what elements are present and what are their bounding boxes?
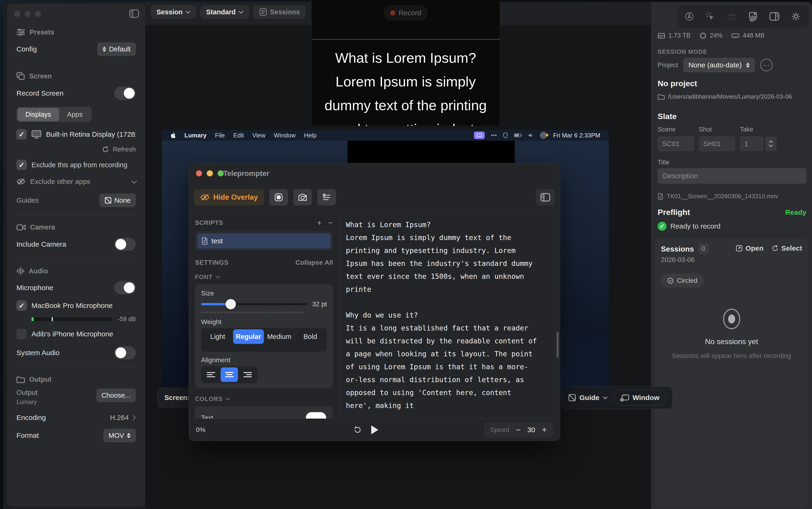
exclude-other-label[interactable]: Exclude other apps <box>30 177 91 185</box>
minimize-button[interactable] <box>207 170 213 176</box>
system-audio-toggle[interactable] <box>114 346 136 360</box>
include-camera-toggle[interactable] <box>114 238 136 251</box>
align-center-button[interactable] <box>221 367 238 382</box>
tab-apps[interactable]: Apps <box>59 108 91 121</box>
menubar-app-name[interactable]: Lumary <box>184 132 206 139</box>
speed-increase-button[interactable]: + <box>542 425 547 435</box>
scene-input[interactable] <box>657 136 694 151</box>
screen-recording-indicator[interactable] <box>474 132 485 139</box>
script-text-panel[interactable]: What is Lorem Ipsum? Lorem Ipsum is simp… <box>339 212 560 418</box>
title-input[interactable] <box>657 168 806 184</box>
open-sessions-button[interactable]: Open <box>736 244 764 252</box>
take-input[interactable] <box>740 136 764 151</box>
weight-medium[interactable]: Medium <box>264 329 295 344</box>
cursor-click-icon[interactable] <box>705 11 715 21</box>
tab-displays[interactable]: Displays <box>18 108 59 121</box>
align-right-button[interactable] <box>239 367 256 382</box>
camera-snapshot-button[interactable] <box>293 189 312 206</box>
teleprompter-titlebar[interactable]: Teleprompter <box>189 163 560 183</box>
format-label: Format <box>16 432 39 439</box>
config-select[interactable]: Default <box>97 42 136 56</box>
panel-layout-icon[interactable] <box>769 12 780 21</box>
project-select[interactable]: None (auto-date) <box>683 58 755 72</box>
compass-icon[interactable] <box>685 12 694 21</box>
encoding-label: Encoding <box>16 414 46 421</box>
menu-help[interactable]: Help <box>304 132 316 139</box>
session-menu-button[interactable]: Session <box>150 5 196 19</box>
settings-gear-icon[interactable] <box>791 11 801 21</box>
overlay-mode-button[interactable] <box>269 189 288 206</box>
circled-filter-pill[interactable]: Circled <box>661 274 704 287</box>
teleprompter-overlay: Record What is Lorem Ipsum? Lorem Ipsum … <box>311 0 500 126</box>
screenshot-image-icon[interactable] <box>748 11 758 21</box>
overlay-divider <box>311 39 500 40</box>
preflight-header: Preflight <box>657 208 690 217</box>
speed-decrease-button[interactable]: − <box>516 425 521 435</box>
scene-label: Scene <box>657 126 699 133</box>
close-button[interactable] <box>14 11 20 17</box>
sidebar-toggle-icon[interactable] <box>536 189 555 206</box>
display-checkbox[interactable]: ✓ <box>16 129 27 139</box>
colors-group-header[interactable]: COLORS <box>195 395 333 403</box>
size-label: Size <box>201 290 327 297</box>
iphone-mic-checkbox[interactable]: ✓ <box>16 329 27 339</box>
tap-icon[interactable] <box>726 12 737 21</box>
chevron-down-icon[interactable] <box>131 180 136 183</box>
hide-overlay-button[interactable]: Hide Overlay <box>194 189 264 206</box>
window-controls[interactable] <box>14 11 41 17</box>
zoom-button[interactable] <box>35 11 41 17</box>
checklist-button[interactable] <box>317 189 336 206</box>
align-left-button[interactable] <box>202 367 220 382</box>
shot-input[interactable] <box>699 136 735 151</box>
font-group-header[interactable]: FONT <box>195 273 333 281</box>
text-color-swatch[interactable] <box>305 411 327 418</box>
menu-view[interactable]: View <box>252 132 266 139</box>
choose-output-button[interactable]: Choose... <box>96 388 136 402</box>
exclude-app-checkbox[interactable]: ✓ <box>16 160 27 170</box>
shot-label: Shot <box>699 126 740 133</box>
weight-light[interactable]: Light <box>202 329 233 344</box>
refresh-button[interactable]: Refresh <box>113 146 136 153</box>
guide-menu[interactable]: Guide <box>568 394 607 402</box>
record-screen-toggle[interactable] <box>114 87 136 100</box>
close-button[interactable] <box>196 170 202 176</box>
microphone-toggle[interactable] <box>114 281 136 294</box>
menu-window[interactable]: Window <box>274 132 296 139</box>
menubar-clock: Fri Mar 6 2:33PM <box>553 132 600 139</box>
collapse-all-button[interactable]: Collapse All <box>296 259 333 266</box>
chevron-down-icon <box>225 398 230 401</box>
take-stepper[interactable] <box>765 136 777 151</box>
format-select[interactable]: MOV <box>103 429 136 442</box>
mac-mic-checkbox[interactable]: ✓ <box>16 300 27 311</box>
iphone-mic-label[interactable]: Adib's iPhone Microphone <box>32 330 113 338</box>
chevron-right-icon <box>133 415 136 420</box>
record-button[interactable]: Record <box>383 5 428 21</box>
standard-menu-button[interactable]: Standard <box>200 5 249 19</box>
weight-regular[interactable]: Regular <box>233 329 264 344</box>
restart-icon[interactable] <box>353 426 362 434</box>
minimize-button[interactable] <box>25 11 31 17</box>
zoom-button[interactable] <box>217 170 224 176</box>
guides-button[interactable]: None <box>99 194 136 207</box>
menu-file[interactable]: File <box>215 132 225 139</box>
align-left-icon <box>207 371 215 378</box>
encoding-value[interactable]: H.264 <box>110 414 129 421</box>
add-window-button[interactable]: Window <box>613 390 666 406</box>
add-script-button[interactable]: + <box>317 218 322 227</box>
weight-bold[interactable]: Bold <box>295 329 326 344</box>
script-list-item[interactable]: test <box>197 234 331 248</box>
menu-edit[interactable]: Edit <box>233 132 244 139</box>
user-avatar[interactable] <box>540 132 547 139</box>
play-button[interactable] <box>371 426 378 434</box>
select-sessions-button[interactable]: Select <box>772 244 802 252</box>
sidebar-toggle-icon[interactable] <box>129 9 139 18</box>
scrollbar-thumb[interactable] <box>556 332 559 358</box>
mac-mic-label[interactable]: MacBook Pro Microphone <box>32 302 112 310</box>
sessions-button[interactable]: Sessions <box>253 5 306 19</box>
display-item-label[interactable]: Built-in Retina Display (1728x11... <box>46 130 136 138</box>
remove-script-button[interactable]: − <box>328 218 333 227</box>
project-more-button[interactable]: ⋯ <box>760 59 773 71</box>
font-size-slider[interactable] <box>201 303 307 305</box>
exclude-app-label[interactable]: Exclude this app from recording <box>32 161 127 169</box>
include-camera-label: Include Camera <box>16 240 66 248</box>
